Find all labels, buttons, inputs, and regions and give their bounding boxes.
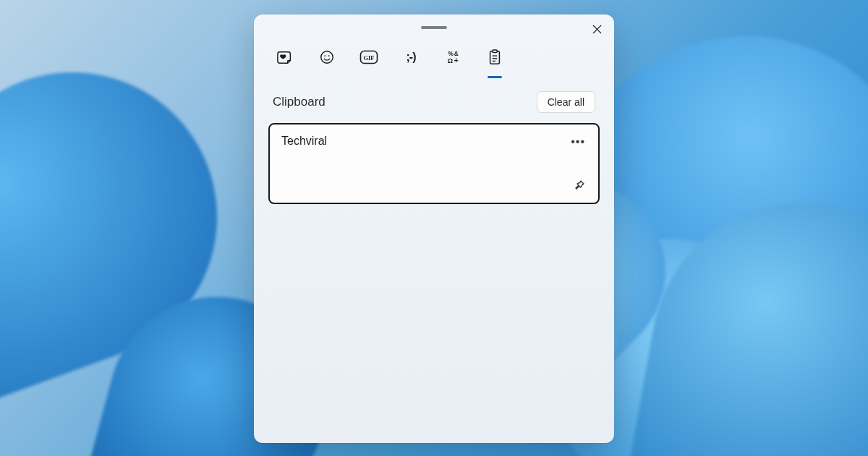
clipboard-item[interactable]: Techviral ••• [268, 123, 600, 204]
svg-rect-11 [490, 51, 500, 64]
svg-text:%: % [448, 51, 454, 57]
tab-emoji[interactable] [316, 46, 338, 68]
item-pin-button[interactable] [572, 178, 587, 193]
pin-icon [574, 180, 585, 191]
svg-point-3 [324, 55, 326, 56]
drag-handle[interactable] [421, 26, 447, 29]
gif-icon: GIF [359, 50, 378, 64]
clipboard-icon [488, 49, 502, 65]
tab-symbols[interactable]: % & Ω + [442, 46, 464, 68]
svg-point-4 [328, 55, 330, 56]
more-icon: ••• [571, 135, 585, 148]
emoji-clipboard-panel: GIF ;-) % & Ω + Clipboard Clear [254, 14, 614, 443]
category-tabs: GIF ;-) % & Ω + [254, 41, 614, 78]
svg-text:GIF: GIF [363, 54, 374, 62]
item-more-button[interactable]: ••• [569, 135, 587, 149]
close-button[interactable] [591, 23, 603, 35]
clipboard-items-list: Techviral ••• [254, 123, 614, 204]
clipboard-item-text: Techviral [281, 135, 327, 148]
tab-clipboard[interactable] [484, 46, 506, 68]
panel-titlebar[interactable] [254, 14, 614, 41]
clear-all-button[interactable]: Clear all [537, 91, 595, 113]
smiley-icon [319, 49, 335, 65]
symbols-icon: % & Ω + [445, 49, 461, 65]
sticker-heart-icon [277, 49, 293, 65]
section-title: Clipboard [273, 95, 326, 109]
tab-gif[interactable]: GIF [358, 46, 380, 68]
svg-text:Ω: Ω [448, 57, 453, 64]
tab-recent-emoji[interactable] [274, 46, 296, 68]
tab-kaomoji[interactable]: ;-) [400, 46, 422, 68]
clipboard-section-header: Clipboard Clear all [254, 78, 614, 123]
svg-point-2 [321, 51, 333, 64]
svg-rect-12 [493, 50, 497, 53]
close-icon [592, 25, 602, 34]
svg-text:+: + [454, 56, 459, 64]
kaomoji-icon: ;-) [407, 51, 416, 64]
